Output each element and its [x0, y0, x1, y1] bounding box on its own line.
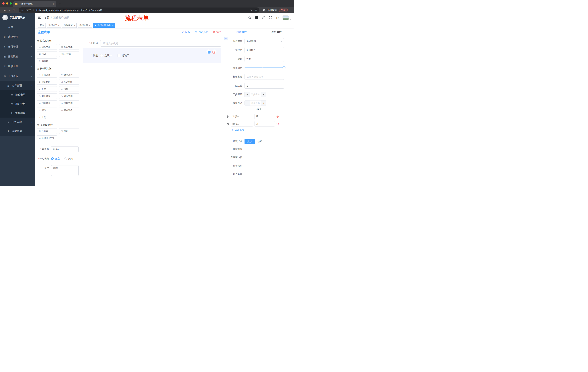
sidebar-item-workflow[interactable]: ⊟ 工作流程 ∧: [0, 71, 35, 81]
reload-icon[interactable]: ↻: [12, 8, 17, 12]
slider-track[interactable]: [244, 67, 284, 68]
palette-item-single-line-text[interactable]: ▭单行文本: [37, 44, 57, 50]
palette-item-radio-group[interactable]: ◉单选框组: [37, 79, 57, 85]
search-icon[interactable]: [248, 16, 251, 19]
sidebar-item-process-management[interactable]: ≣ 流程管理 ∧: [0, 81, 35, 90]
browser-update-button[interactable]: 更新: [279, 8, 288, 12]
sidebar-item-user-group[interactable]: ◎ 用户分组: [0, 99, 35, 108]
tag-process-definition[interactable]: 流程定义×: [47, 23, 61, 28]
palette-item-upload[interactable]: ↥上传: [37, 115, 57, 120]
radio-closed[interactable]: 关闭: [64, 157, 73, 160]
palette-item-date-picker[interactable]: ▦日期选择: [37, 100, 57, 106]
palette-item-time-picker[interactable]: ◷时间选择: [37, 93, 57, 99]
add-option-button[interactable]: ⊕ 添加选项: [231, 128, 291, 132]
form-grid-slider[interactable]: [244, 65, 284, 71]
field-name-input[interactable]: [244, 47, 284, 53]
fullscreen-icon[interactable]: [269, 16, 272, 19]
option-name-input[interactable]: [231, 114, 253, 119]
palette-item-rate[interactable]: ☆评分: [37, 107, 57, 113]
tab-close-icon[interactable]: ×: [53, 3, 55, 5]
save-button[interactable]: ✓保存: [182, 31, 190, 34]
sidebar-item-leave-query[interactable]: ♟ 请假查询: [0, 127, 35, 136]
tag-process-model[interactable]: 流程模型×: [62, 23, 77, 28]
sidebar-item-system[interactable]: ⚙ 系统管理 ∨: [0, 32, 35, 42]
palette-item-editor[interactable]: ✎编辑器: [37, 58, 57, 64]
radio-open[interactable]: 开启: [51, 157, 60, 160]
drag-handle-icon[interactable]: [227, 122, 230, 125]
palette-item-row-container[interactable]: ▥行容器: [37, 128, 57, 134]
tab-component-props[interactable]: 组件属性: [224, 28, 259, 36]
palette-item-time-range[interactable]: ◶时间范围: [59, 93, 79, 99]
option-value-input[interactable]: [254, 121, 275, 127]
label-width-input[interactable]: [244, 74, 284, 80]
palette-item-counter[interactable]: 123计数器: [59, 51, 79, 57]
font-size-icon[interactable]: TT: [276, 16, 279, 19]
tag-close-icon[interactable]: ×: [89, 24, 90, 26]
option-name-input[interactable]: [231, 121, 253, 127]
sidebar-item-devtools[interactable]: ⚒ 研发工具 ∨: [0, 62, 35, 71]
sidebar-item-home[interactable]: ◔ 首页: [0, 22, 35, 32]
default-value-input[interactable]: [244, 83, 284, 89]
sidebar-item-infrastructure[interactable]: ▣ 基础设施 ∨: [0, 52, 35, 62]
title-input[interactable]: [244, 56, 284, 62]
browser-tab[interactable]: 芋道管理系统 ×: [13, 1, 56, 7]
forward-icon[interactable]: →: [7, 8, 12, 12]
slider-handle[interactable]: [283, 66, 285, 69]
sidebar-item-process-form[interactable]: ▤ 流程表单: [0, 90, 35, 99]
remove-option-icon[interactable]: ⊖: [276, 122, 279, 125]
tag-close-icon[interactable]: ×: [58, 24, 60, 26]
tag-process-form[interactable]: 流程表单×: [78, 23, 92, 28]
duplicate-component-button[interactable]: [207, 50, 211, 54]
palette-item-date-range[interactable]: ⊞日期范围: [59, 100, 79, 106]
checkbox-box[interactable]: [117, 54, 120, 57]
palette-item-table[interactable]: ▦表格[开发中]: [37, 135, 57, 141]
tag-close-icon[interactable]: ×: [74, 24, 75, 26]
form-name-input[interactable]: [51, 146, 79, 152]
increase-button[interactable]: +: [261, 100, 266, 106]
phone-input[interactable]: [100, 40, 221, 47]
option-value-input[interactable]: [254, 114, 275, 119]
help-icon[interactable]: ?: [262, 16, 265, 19]
password-key-icon[interactable]: [250, 9, 252, 11]
max-select-value[interactable]: 最多可选: [250, 100, 261, 106]
browser-menu-icon[interactable]: ⋮: [289, 8, 292, 12]
github-icon[interactable]: [255, 16, 258, 19]
palette-item-color-picker[interactable]: ◍颜色选择: [59, 107, 79, 113]
drag-handle-icon[interactable]: [227, 115, 230, 118]
address-bar[interactable]: ⚠ 不安全 dashboard.yudao.iocoder.cn/bpm/man…: [19, 8, 259, 12]
decrease-button[interactable]: −: [245, 100, 250, 106]
tag-home[interactable]: 首页: [38, 23, 46, 28]
clear-button[interactable]: 清空: [213, 31, 221, 34]
palette-item-slider[interactable]: ↭滑块: [59, 86, 79, 92]
remove-option-icon[interactable]: ⊖: [276, 115, 279, 118]
decrease-button[interactable]: −: [245, 92, 250, 97]
palette-item-switch[interactable]: ◐开关: [37, 86, 57, 92]
palette-item-cascader[interactable]: ⋎级联选择: [59, 72, 79, 77]
avatar[interactable]: [283, 15, 289, 20]
sidebar-item-process-model[interactable]: ➤ 流程模型: [0, 108, 35, 117]
sidebar-item-payment[interactable]: ¥ 支付管理 ∨: [0, 42, 35, 52]
palette-item-select[interactable]: ◎下拉选择: [37, 72, 57, 77]
palette-item-password[interactable]: ▣密码: [37, 51, 57, 57]
back-icon[interactable]: ←: [2, 8, 7, 12]
hamburger-icon[interactable]: [38, 17, 41, 19]
palette-item-multi-line-text[interactable]: ▤多行文本: [59, 44, 79, 50]
style-default-button[interactable]: 默认: [244, 139, 255, 144]
component-type-select[interactable]: 多选框组: [244, 38, 284, 44]
min-select-value[interactable]: 至少应选: [250, 92, 261, 97]
window-zoom-icon[interactable]: [10, 2, 12, 5]
checkbox-option-1[interactable]: 选项一: [100, 54, 112, 57]
checkbox-option-2[interactable]: 选项二: [117, 54, 129, 57]
avatar-caret-icon[interactable]: ▾: [290, 19, 291, 21]
checkbox-box[interactable]: [100, 54, 103, 57]
canvas-field-gender-selected[interactable]: 性别 选项一 选项二: [83, 48, 221, 63]
tag-process-form-edit[interactable]: 流程表单-编辑×: [93, 23, 115, 28]
bookmark-star-icon[interactable]: ☆: [255, 8, 257, 12]
url-text[interactable]: dashboard.yudao.iocoder.cn/bpm/manager/f…: [36, 9, 247, 11]
link-icon[interactable]: ∞: [224, 37, 228, 40]
new-tab-button[interactable]: +: [59, 2, 61, 6]
breadcrumb-home[interactable]: 首页: [44, 16, 49, 19]
form-remark-textarea[interactable]: 嘿嘿: [51, 165, 79, 176]
delete-component-button[interactable]: [212, 50, 216, 54]
tag-close-icon[interactable]: ×: [112, 24, 114, 26]
